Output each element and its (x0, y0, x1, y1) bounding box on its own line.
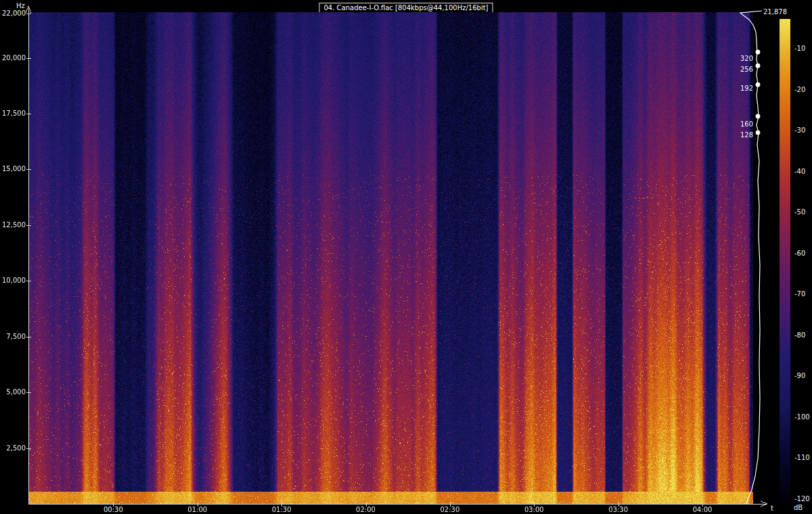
y-tick-label: 15,000 (0, 166, 26, 172)
y-tick-mark (26, 14, 31, 14)
y-tick-mark (26, 448, 31, 449)
colorbar-tick-label: -110 (794, 454, 810, 461)
x-tick-label: 02:00 (351, 507, 381, 513)
bitrate-marker-dot (756, 83, 761, 87)
bitrate-marker-dots (756, 50, 761, 135)
y-tick-label: 22,000 (0, 10, 26, 17)
y-tick-mark (26, 337, 31, 337)
bitrate-marker-dot (756, 114, 761, 119)
x-axis-line (28, 504, 766, 505)
x-tick-mark (281, 502, 282, 507)
colorbar-tick-label: -50 (794, 209, 805, 216)
x-tick-label: 01:00 (183, 507, 212, 513)
x-tick-mark (618, 502, 619, 507)
y-tick-mark (26, 169, 31, 170)
y-axis-unit-label: Hz (16, 3, 25, 9)
y-tick-label: 20,000 (0, 55, 26, 62)
y-tick-mark (26, 225, 31, 226)
x-tick-mark (702, 502, 703, 507)
x-tick-mark (534, 502, 535, 507)
bitrate-marker-dot (756, 50, 761, 55)
y-tick-mark (26, 58, 31, 59)
y-tick-mark (26, 392, 31, 393)
colorbar-tick-label: -30 (794, 127, 805, 134)
x-tick-mark (113, 502, 114, 507)
x-tick-mark (198, 502, 198, 507)
spectrogram-viewer: 04. Canadee-I-O.flac [804kbps@44,100Hz/1… (0, 0, 812, 514)
bitrate-marker-label: 320 (733, 55, 753, 62)
spectrogram-canvas[interactable] (29, 12, 753, 504)
bitrate-marker-label: 256 (733, 66, 753, 73)
colorbar-tick-label: -80 (794, 332, 805, 339)
x-tick-label: 03:30 (604, 507, 633, 513)
x-tick-label: 03:00 (519, 507, 549, 513)
bitrate-marker-dot (756, 64, 761, 68)
colorbar-tick-label: -60 (794, 250, 805, 257)
y-tick-label: 12,500 (0, 222, 26, 229)
colorbar-gradient (780, 19, 790, 504)
bitrate-marker-dot (756, 131, 761, 135)
y-tick-label: 10,000 (0, 277, 26, 284)
bitrate-marker-label: 128 (733, 132, 753, 139)
x-tick-mark (366, 502, 367, 507)
bitrate-marker-label: 160 (733, 121, 753, 128)
y-tick-mark (26, 114, 31, 114)
colorbar-tick-label: -70 (794, 291, 805, 298)
x-tick-label: 02:30 (435, 507, 465, 513)
colorbar-tick-label: -100 (794, 414, 810, 421)
x-tick-label: 01:30 (267, 507, 296, 513)
y-tick-label: 2,500 (0, 445, 26, 452)
x-tick-label: 00:30 (98, 507, 128, 513)
colorbar-tick-label: -40 (794, 168, 805, 175)
y-tick-label: 5,000 (0, 389, 26, 396)
y-tick-label: 7,500 (0, 333, 26, 340)
bitrate-marker-label: 192 (733, 85, 753, 92)
y-axis-line (28, 8, 29, 505)
x-tick-mark (450, 502, 451, 507)
colorbar-unit-label: dB (794, 505, 803, 511)
colorbar-tick-label: -20 (794, 87, 805, 93)
colorbar-tick-label: -90 (794, 373, 805, 379)
colorbar-tick-label: -10 (794, 45, 805, 52)
x-tick-label: 04:00 (687, 507, 717, 513)
max-frequency-label: 21,878 (763, 9, 787, 16)
colorbar-tick-label: -120 (794, 496, 810, 503)
y-tick-label: 17,500 (0, 110, 26, 117)
y-tick-mark (26, 281, 31, 281)
x-axis-unit-label: t (771, 505, 773, 512)
